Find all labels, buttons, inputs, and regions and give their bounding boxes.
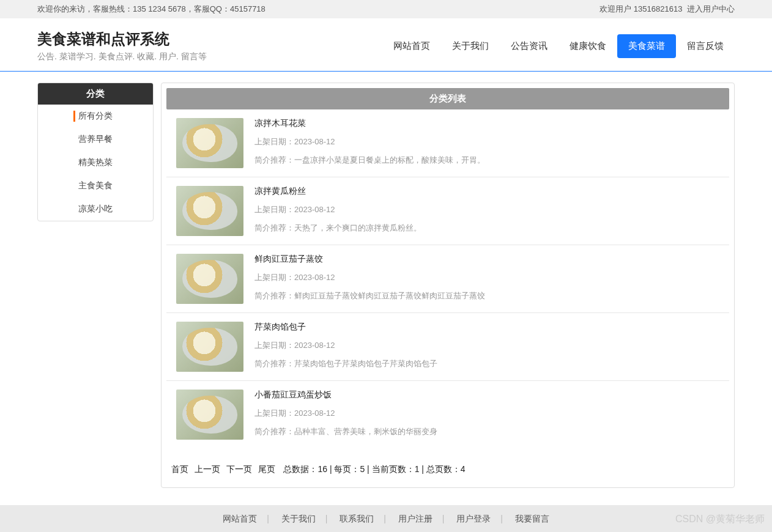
nav-about[interactable]: 关于我们 bbox=[441, 34, 500, 58]
item-body: 鲜肉豇豆茄子蒸饺上架日期：2023-08-12简介推荐：鲜肉豇豆茄子蒸饺鲜肉豇豆… bbox=[254, 254, 719, 304]
pager-first[interactable]: 首页 bbox=[171, 464, 188, 474]
sidebar-item-staple[interactable]: 主食美食 bbox=[38, 174, 153, 198]
topbar-left-text: 欢迎你的来访，客服热线：135 1234 5678，客服QQ：45157718 bbox=[37, 0, 265, 18]
usercenter-link[interactable]: 进入用户中心 bbox=[687, 4, 735, 13]
nav-feedback[interactable]: 留言反馈 bbox=[676, 34, 735, 58]
sidebar-item-all[interactable]: 所有分类 bbox=[38, 105, 153, 128]
nav-health[interactable]: 健康饮食 bbox=[559, 34, 617, 58]
list-item[interactable]: 鲜肉豇豆茄子蒸饺上架日期：2023-08-12简介推荐：鲜肉豇豆茄子蒸饺鲜肉豇豆… bbox=[166, 245, 729, 313]
list-item[interactable]: 芹菜肉馅包子上架日期：2023-08-12简介推荐：芹菜肉馅包子芹菜肉馅包子芹菜… bbox=[166, 313, 729, 381]
main: 分类 所有分类 营养早餐 精美热菜 主食美食 凉菜小吃 分类列表 凉拌木耳花菜上… bbox=[37, 72, 735, 488]
sidebar-item-cold[interactable]: 凉菜小吃 bbox=[38, 198, 153, 221]
footer-link-register[interactable]: 用户注册 bbox=[398, 514, 432, 523]
pager-next[interactable]: 下一页 bbox=[226, 464, 252, 474]
pager-stats: 总数据：16 | 每页：5 | 当前页数：1 | 总页数：4 bbox=[283, 464, 465, 474]
topbar: 欢迎你的来访，客服热线：135 1234 5678，客服QQ：45157718 … bbox=[0, 0, 772, 18]
item-title: 凉拌黄瓜粉丝 bbox=[254, 186, 719, 197]
pager-last[interactable]: 尾页 bbox=[258, 464, 275, 474]
list-item[interactable]: 小番茄豇豆鸡蛋炒饭上架日期：2023-08-12简介推荐：品种丰富、营养美味，剩… bbox=[166, 381, 729, 448]
item-desc: 简介推荐：一盘凉拌小菜是夏日餐桌上的标配，酸辣美味，开胃。 bbox=[254, 155, 719, 166]
item-date: 上架日期：2023-08-12 bbox=[254, 340, 719, 351]
sidebar: 分类 所有分类 营养早餐 精美热菜 主食美食 凉菜小吃 bbox=[37, 83, 154, 221]
nav-notice[interactable]: 公告资讯 bbox=[500, 34, 559, 58]
recipe-thumb bbox=[176, 186, 243, 236]
recipe-thumb bbox=[176, 118, 243, 168]
nav-home[interactable]: 网站首页 bbox=[382, 34, 441, 58]
footer-link-contact[interactable]: 联系我们 bbox=[340, 514, 374, 523]
item-body: 小番茄豇豆鸡蛋炒饭上架日期：2023-08-12简介推荐：品种丰富、营养美味，剩… bbox=[254, 390, 719, 440]
welcome-prefix: 欢迎用户 bbox=[599, 4, 631, 13]
nav: 网站首页 关于我们 公告资讯 健康饮食 美食菜谱 留言反馈 bbox=[382, 34, 735, 58]
topbar-right: 欢迎用户 13516821613 进入用户中心 bbox=[599, 0, 735, 18]
header: 美食菜谱和点评系统 公告. 菜谱学习. 美食点评. 收藏. 用户. 留言等 网站… bbox=[37, 18, 735, 71]
recipe-thumb bbox=[176, 390, 243, 440]
footer-link-login[interactable]: 用户登录 bbox=[456, 514, 491, 523]
item-desc: 简介推荐：芹菜肉馅包子芹菜肉馅包子芹菜肉馅包子 bbox=[254, 358, 719, 369]
item-title: 芹菜肉馅包子 bbox=[254, 322, 719, 333]
item-body: 凉拌木耳花菜上架日期：2023-08-12简介推荐：一盘凉拌小菜是夏日餐桌上的标… bbox=[254, 118, 719, 168]
sidebar-title: 分类 bbox=[38, 83, 153, 105]
item-title: 鲜肉豇豆茄子蒸饺 bbox=[254, 254, 719, 265]
item-title: 小番茄豇豆鸡蛋炒饭 bbox=[254, 390, 719, 401]
list-title: 分类列表 bbox=[166, 88, 729, 109]
list-item[interactable]: 凉拌黄瓜粉丝上架日期：2023-08-12简介推荐：天热了，来个爽口的凉拌黄瓜粉… bbox=[166, 177, 729, 245]
footer-link-home[interactable]: 网站首页 bbox=[223, 514, 257, 523]
item-desc: 简介推荐：品种丰富、营养美味，剩米饭的华丽变身 bbox=[254, 426, 719, 437]
list-item[interactable]: 凉拌木耳花菜上架日期：2023-08-12简介推荐：一盘凉拌小菜是夏日餐桌上的标… bbox=[166, 109, 729, 177]
footer-link-about[interactable]: 关于我们 bbox=[281, 514, 316, 523]
brand-subtitle: 公告. 菜谱学习. 美食点评. 收藏. 用户. 留言等 bbox=[37, 51, 207, 62]
item-date: 上架日期：2023-08-12 bbox=[254, 136, 719, 147]
item-body: 凉拌黄瓜粉丝上架日期：2023-08-12简介推荐：天热了，来个爽口的凉拌黄瓜粉… bbox=[254, 186, 719, 236]
brand-title: 美食菜谱和点评系统 bbox=[37, 29, 207, 49]
sidebar-item-hotdish[interactable]: 精美热菜 bbox=[38, 151, 153, 174]
recipe-thumb bbox=[176, 322, 243, 372]
footer-links: 网站首页| 关于我们| 联系我们| 用户注册| 用户登录| 我要留言 bbox=[0, 505, 772, 532]
content-panel: 分类列表 凉拌木耳花菜上架日期：2023-08-12简介推荐：一盘凉拌小菜是夏日… bbox=[161, 83, 735, 488]
username: 13516821613 bbox=[634, 4, 683, 13]
item-desc: 简介推荐：鲜肉豇豆茄子蒸饺鲜肉豇豆茄子蒸饺鲜肉豇豆茄子蒸饺 bbox=[254, 290, 719, 301]
sidebar-item-breakfast[interactable]: 营养早餐 bbox=[38, 128, 153, 151]
footer-link-message[interactable]: 我要留言 bbox=[515, 514, 549, 523]
item-title: 凉拌木耳花菜 bbox=[254, 118, 719, 129]
item-date: 上架日期：2023-08-12 bbox=[254, 408, 719, 419]
item-date: 上架日期：2023-08-12 bbox=[254, 204, 719, 215]
recipe-thumb bbox=[176, 254, 243, 304]
list-container: 凉拌木耳花菜上架日期：2023-08-12简介推荐：一盘凉拌小菜是夏日餐桌上的标… bbox=[166, 109, 729, 448]
item-desc: 简介推荐：天热了，来个爽口的凉拌黄瓜粉丝。 bbox=[254, 223, 719, 234]
item-date: 上架日期：2023-08-12 bbox=[254, 272, 719, 283]
nav-recipes[interactable]: 美食菜谱 bbox=[617, 34, 676, 58]
item-body: 芹菜肉馅包子上架日期：2023-08-12简介推荐：芹菜肉馅包子芹菜肉馅包子芹菜… bbox=[254, 322, 719, 372]
brand: 美食菜谱和点评系统 公告. 菜谱学习. 美食点评. 收藏. 用户. 留言等 bbox=[37, 29, 207, 62]
pager: 首页 上一页 下一页 尾页 总数据：16 | 每页：5 | 当前页数：1 | 总… bbox=[166, 448, 729, 479]
pager-prev[interactable]: 上一页 bbox=[195, 464, 220, 474]
